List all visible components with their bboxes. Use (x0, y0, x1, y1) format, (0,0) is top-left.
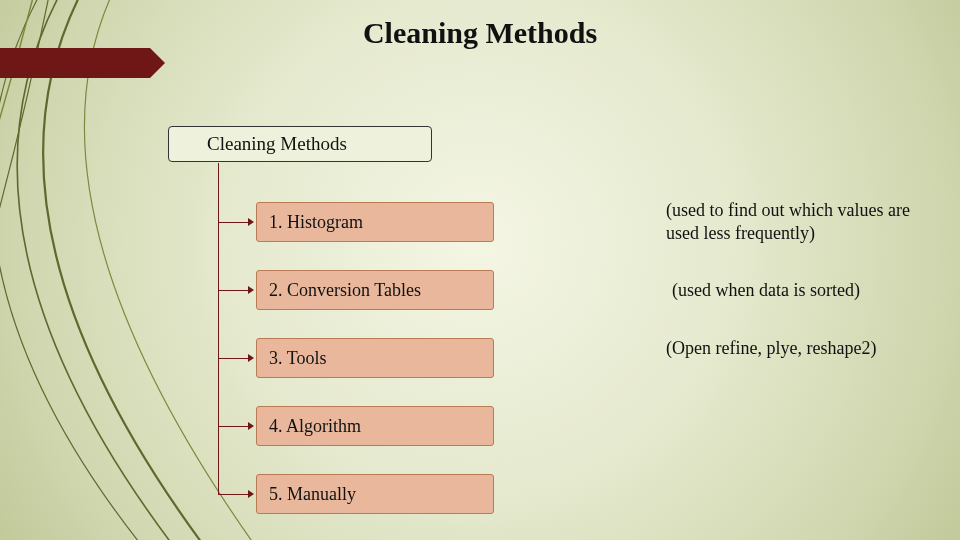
note-histogram: (used to find out which values are used … (666, 199, 941, 244)
node-label: 4. Algorithm (269, 416, 361, 437)
node-label: 3. Tools (269, 348, 326, 369)
connector-trunk (218, 163, 219, 494)
node-label: 5. Manually (269, 484, 356, 505)
connector-arrow-icon (248, 354, 254, 362)
node-label: 1. Histogram (269, 212, 363, 233)
root-node-label: Cleaning Methods (207, 133, 347, 155)
node-histogram: 1. Histogram (256, 202, 494, 242)
node-manually: 5. Manually (256, 474, 494, 514)
background-swoosh-icon (0, 0, 300, 540)
connector-branch (218, 494, 248, 495)
accent-bar-icon (0, 48, 150, 78)
note-tools: (Open refine, plye, reshape2) (666, 337, 941, 360)
node-label: 2. Conversion Tables (269, 280, 421, 301)
page-title: Cleaning Methods (0, 16, 960, 50)
node-algorithm: 4. Algorithm (256, 406, 494, 446)
connector-branch (218, 358, 248, 359)
connector-arrow-icon (248, 490, 254, 498)
connector-branch (218, 426, 248, 427)
node-tools: 3. Tools (256, 338, 494, 378)
slide: Cleaning Methods Cleaning Methods 1. His… (0, 0, 960, 540)
node-conversion-tables: 2. Conversion Tables (256, 270, 494, 310)
connector-branch (218, 290, 248, 291)
note-conversion-tables: (used when data is sorted) (672, 279, 947, 302)
root-node: Cleaning Methods (168, 126, 432, 162)
connector-arrow-icon (248, 286, 254, 294)
connector-arrow-icon (248, 218, 254, 226)
connector-arrow-icon (248, 422, 254, 430)
connector-branch (218, 222, 248, 223)
